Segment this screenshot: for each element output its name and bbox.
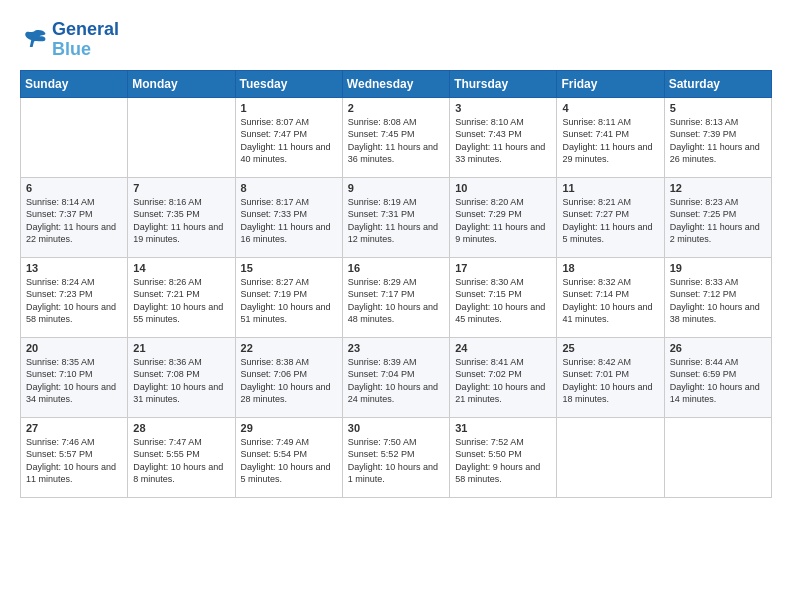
day-info: Sunrise: 8:07 AMSunset: 7:47 PMDaylight:… [241,116,337,166]
day-info: Sunrise: 8:17 AMSunset: 7:33 PMDaylight:… [241,196,337,246]
day-number: 12 [670,182,766,194]
day-info: Sunrise: 7:47 AMSunset: 5:55 PMDaylight:… [133,436,229,486]
day-info: Sunrise: 8:24 AMSunset: 7:23 PMDaylight:… [26,276,122,326]
calendar-cell [557,417,664,497]
day-number: 30 [348,422,444,434]
day-number: 25 [562,342,658,354]
day-info: Sunrise: 8:44 AMSunset: 6:59 PMDaylight:… [670,356,766,406]
calendar-cell: 26 Sunrise: 8:44 AMSunset: 6:59 PMDaylig… [664,337,771,417]
day-number: 17 [455,262,551,274]
day-info: Sunrise: 8:36 AMSunset: 7:08 PMDaylight:… [133,356,229,406]
day-number: 29 [241,422,337,434]
calendar-cell [664,417,771,497]
day-info: Sunrise: 8:38 AMSunset: 7:06 PMDaylight:… [241,356,337,406]
weekday-header-saturday: Saturday [664,70,771,97]
day-info: Sunrise: 8:19 AMSunset: 7:31 PMDaylight:… [348,196,444,246]
day-number: 1 [241,102,337,114]
weekday-header-sunday: Sunday [21,70,128,97]
calendar-cell: 1 Sunrise: 8:07 AMSunset: 7:47 PMDayligh… [235,97,342,177]
calendar-header-row: SundayMondayTuesdayWednesdayThursdayFrid… [21,70,772,97]
day-number: 15 [241,262,337,274]
calendar-cell: 28 Sunrise: 7:47 AMSunset: 5:55 PMDaylig… [128,417,235,497]
day-info: Sunrise: 8:10 AMSunset: 7:43 PMDaylight:… [455,116,551,166]
day-number: 28 [133,422,229,434]
weekday-header-tuesday: Tuesday [235,70,342,97]
weekday-header-monday: Monday [128,70,235,97]
weekday-header-friday: Friday [557,70,664,97]
day-number: 31 [455,422,551,434]
logo: General Blue [20,20,119,60]
day-number: 22 [241,342,337,354]
day-info: Sunrise: 8:33 AMSunset: 7:12 PMDaylight:… [670,276,766,326]
day-number: 14 [133,262,229,274]
day-number: 10 [455,182,551,194]
day-number: 3 [455,102,551,114]
day-number: 26 [670,342,766,354]
day-number: 2 [348,102,444,114]
calendar-week-row: 1 Sunrise: 8:07 AMSunset: 7:47 PMDayligh… [21,97,772,177]
day-info: Sunrise: 8:14 AMSunset: 7:37 PMDaylight:… [26,196,122,246]
calendar-cell: 16 Sunrise: 8:29 AMSunset: 7:17 PMDaylig… [342,257,449,337]
day-info: Sunrise: 8:23 AMSunset: 7:25 PMDaylight:… [670,196,766,246]
calendar-cell: 24 Sunrise: 8:41 AMSunset: 7:02 PMDaylig… [450,337,557,417]
day-number: 16 [348,262,444,274]
calendar-cell: 6 Sunrise: 8:14 AMSunset: 7:37 PMDayligh… [21,177,128,257]
calendar-cell: 22 Sunrise: 8:38 AMSunset: 7:06 PMDaylig… [235,337,342,417]
day-number: 24 [455,342,551,354]
day-number: 13 [26,262,122,274]
calendar-cell: 29 Sunrise: 7:49 AMSunset: 5:54 PMDaylig… [235,417,342,497]
day-info: Sunrise: 8:26 AMSunset: 7:21 PMDaylight:… [133,276,229,326]
calendar-cell: 17 Sunrise: 8:30 AMSunset: 7:15 PMDaylig… [450,257,557,337]
calendar-week-row: 6 Sunrise: 8:14 AMSunset: 7:37 PMDayligh… [21,177,772,257]
day-info: Sunrise: 8:39 AMSunset: 7:04 PMDaylight:… [348,356,444,406]
day-number: 18 [562,262,658,274]
page-header: General Blue [20,20,772,60]
calendar-cell: 30 Sunrise: 7:50 AMSunset: 5:52 PMDaylig… [342,417,449,497]
weekday-header-thursday: Thursday [450,70,557,97]
day-info: Sunrise: 8:29 AMSunset: 7:17 PMDaylight:… [348,276,444,326]
day-info: Sunrise: 8:42 AMSunset: 7:01 PMDaylight:… [562,356,658,406]
calendar-table: SundayMondayTuesdayWednesdayThursdayFrid… [20,70,772,498]
day-info: Sunrise: 8:13 AMSunset: 7:39 PMDaylight:… [670,116,766,166]
calendar-cell: 2 Sunrise: 8:08 AMSunset: 7:45 PMDayligh… [342,97,449,177]
day-number: 21 [133,342,229,354]
day-number: 4 [562,102,658,114]
logo-icon [20,26,48,54]
calendar-cell [21,97,128,177]
calendar-cell: 11 Sunrise: 8:21 AMSunset: 7:27 PMDaylig… [557,177,664,257]
calendar-cell: 18 Sunrise: 8:32 AMSunset: 7:14 PMDaylig… [557,257,664,337]
day-number: 11 [562,182,658,194]
day-info: Sunrise: 8:41 AMSunset: 7:02 PMDaylight:… [455,356,551,406]
day-number: 9 [348,182,444,194]
calendar-cell: 8 Sunrise: 8:17 AMSunset: 7:33 PMDayligh… [235,177,342,257]
day-number: 27 [26,422,122,434]
logo-text: General Blue [52,20,119,60]
day-info: Sunrise: 8:30 AMSunset: 7:15 PMDaylight:… [455,276,551,326]
calendar-cell: 19 Sunrise: 8:33 AMSunset: 7:12 PMDaylig… [664,257,771,337]
day-info: Sunrise: 7:49 AMSunset: 5:54 PMDaylight:… [241,436,337,486]
day-info: Sunrise: 7:46 AMSunset: 5:57 PMDaylight:… [26,436,122,486]
calendar-cell: 25 Sunrise: 8:42 AMSunset: 7:01 PMDaylig… [557,337,664,417]
day-info: Sunrise: 8:35 AMSunset: 7:10 PMDaylight:… [26,356,122,406]
day-number: 20 [26,342,122,354]
day-number: 7 [133,182,229,194]
calendar-cell: 10 Sunrise: 8:20 AMSunset: 7:29 PMDaylig… [450,177,557,257]
calendar-cell: 14 Sunrise: 8:26 AMSunset: 7:21 PMDaylig… [128,257,235,337]
calendar-cell: 27 Sunrise: 7:46 AMSunset: 5:57 PMDaylig… [21,417,128,497]
calendar-week-row: 27 Sunrise: 7:46 AMSunset: 5:57 PMDaylig… [21,417,772,497]
day-info: Sunrise: 8:21 AMSunset: 7:27 PMDaylight:… [562,196,658,246]
day-number: 5 [670,102,766,114]
calendar-cell: 21 Sunrise: 8:36 AMSunset: 7:08 PMDaylig… [128,337,235,417]
day-info: Sunrise: 8:11 AMSunset: 7:41 PMDaylight:… [562,116,658,166]
calendar-cell: 20 Sunrise: 8:35 AMSunset: 7:10 PMDaylig… [21,337,128,417]
calendar-cell: 23 Sunrise: 8:39 AMSunset: 7:04 PMDaylig… [342,337,449,417]
calendar-cell: 12 Sunrise: 8:23 AMSunset: 7:25 PMDaylig… [664,177,771,257]
calendar-cell: 31 Sunrise: 7:52 AMSunset: 5:50 PMDaylig… [450,417,557,497]
calendar-week-row: 13 Sunrise: 8:24 AMSunset: 7:23 PMDaylig… [21,257,772,337]
day-info: Sunrise: 8:08 AMSunset: 7:45 PMDaylight:… [348,116,444,166]
calendar-cell: 4 Sunrise: 8:11 AMSunset: 7:41 PMDayligh… [557,97,664,177]
day-number: 8 [241,182,337,194]
calendar-cell [128,97,235,177]
calendar-cell: 5 Sunrise: 8:13 AMSunset: 7:39 PMDayligh… [664,97,771,177]
day-number: 23 [348,342,444,354]
